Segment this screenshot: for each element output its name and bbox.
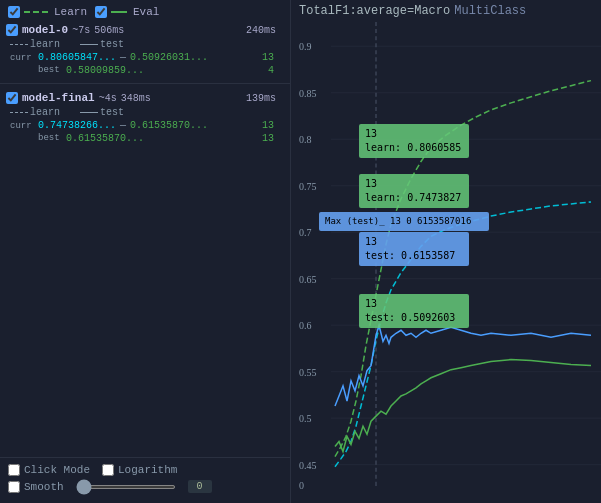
learn-label: Learn (54, 6, 87, 18)
chart-title-main: TotalF1:average=Macro (299, 4, 450, 18)
bottom-controls: Click Mode Logarithm Smooth 0 (0, 457, 290, 499)
model-final-right-ms: 139ms (246, 93, 276, 104)
smooth-label: Smooth (24, 481, 64, 493)
svg-text:0.9: 0.9 (299, 41, 311, 52)
svg-text:0.45: 0.45 (299, 460, 317, 471)
model-final-curr-row: curr 0.74738266... — 0.61535870... 13 (0, 119, 290, 132)
model-0-name: model-0 (22, 24, 68, 36)
right-panel: TotalF1:average=Macro MultiClass 0.9 0.8… (290, 0, 601, 503)
logarithm-container[interactable]: Logarithm (102, 464, 177, 476)
legend-row: Learn Eval (0, 4, 290, 20)
smooth-value: 0 (188, 480, 212, 493)
smooth-slider[interactable] (76, 485, 176, 489)
svg-text:0.75: 0.75 (299, 181, 317, 192)
eval-checkbox[interactable] (95, 6, 107, 18)
learn-checkbox[interactable] (8, 6, 20, 18)
model-0-checkbox[interactable] (6, 24, 18, 36)
model-0-learn-lbl: learn (30, 39, 60, 50)
model-final-header: model-final ~4s 348ms 139ms (0, 90, 290, 106)
eval-checkbox-container[interactable]: Eval (95, 6, 159, 18)
model-0-best-label: best (38, 65, 66, 76)
model-final-curr-learn: 0.74738266... (38, 120, 116, 131)
model-final-block: model-final ~4s 348ms 139ms learn test c… (0, 90, 290, 145)
model-0-curr-num: 13 (262, 52, 274, 63)
click-mode-checkbox[interactable] (8, 464, 20, 476)
logarithm-checkbox[interactable] (102, 464, 114, 476)
svg-rect-0 (291, 22, 601, 497)
model-final-checkbox[interactable] (6, 92, 18, 104)
left-panel: Learn Eval model-0 ~7s 506ms 240ms learn… (0, 0, 290, 503)
svg-text:0.65: 0.65 (299, 274, 317, 285)
svg-text:0.7: 0.7 (299, 227, 311, 238)
svg-text:0.5: 0.5 (299, 413, 311, 424)
model-0-best-row: best 0.58009859... 4 (0, 64, 290, 77)
model-0-curr-row: curr 0.80605847... — 0.50926031... 13 (0, 51, 290, 64)
smooth-checkbox[interactable] (8, 481, 20, 493)
model-0-right-ms: 240ms (246, 25, 276, 36)
svg-text:0.8: 0.8 (299, 134, 311, 145)
click-mode-label: Click Mode (24, 464, 90, 476)
svg-text:0: 0 (299, 480, 304, 491)
svg-text:0.55: 0.55 (299, 367, 317, 378)
model-final-best-row: best 0.61535870... 13 (0, 132, 290, 145)
learn-checkbox-container[interactable]: Learn (8, 6, 87, 18)
model-final-test-lbl: test (100, 107, 124, 118)
model-final-best-num: 13 (262, 133, 274, 144)
smooth-container[interactable]: Smooth (8, 481, 64, 493)
model-0-header: model-0 ~7s 506ms 240ms (0, 22, 290, 38)
model-0-best-val: 0.58009859... (66, 65, 144, 76)
model-0-best-num: 4 (268, 65, 274, 76)
logarithm-label: Logarithm (118, 464, 177, 476)
model-0-curr-label: curr (10, 53, 38, 63)
model-0-subrow: learn test (0, 38, 290, 51)
model-final-best-label: best (38, 133, 66, 144)
model-0-curr-test: 0.50926031... (130, 52, 208, 63)
chart-title: TotalF1:average=Macro MultiClass (291, 0, 601, 22)
chart-svg: 0.9 0.85 0.8 0.75 0.7 0.65 0.6 0.55 0.5 … (291, 22, 601, 497)
eval-label: Eval (133, 6, 159, 18)
model-final-curr-test: 0.61535870... (130, 120, 208, 131)
model-final-learn-lbl: learn (30, 107, 60, 118)
control-row-1: Click Mode Logarithm (8, 464, 282, 476)
svg-text:0.6: 0.6 (299, 320, 311, 331)
click-mode-container[interactable]: Click Mode (8, 464, 90, 476)
model-final-curr-label: curr (10, 121, 38, 131)
model-final-curr-num: 13 (262, 120, 274, 131)
model-0-ms: 506ms (94, 25, 124, 36)
model-0-block: model-0 ~7s 506ms 240ms learn test curr … (0, 22, 290, 77)
svg-text:0.85: 0.85 (299, 88, 317, 99)
control-row-2: Smooth 0 (8, 480, 282, 493)
model-0-time: ~7s (72, 25, 90, 36)
chart-title-sub: MultiClass (454, 4, 526, 18)
model-final-time: ~4s (99, 93, 117, 104)
chart-area[interactable]: 0.9 0.85 0.8 0.75 0.7 0.65 0.6 0.55 0.5 … (291, 22, 601, 497)
model-0-curr-learn: 0.80605847... (38, 52, 116, 63)
model-final-subrow: learn test (0, 106, 290, 119)
model-final-best-val: 0.61535870... (66, 133, 144, 144)
model-final-name: model-final (22, 92, 95, 104)
separator-1 (0, 83, 290, 84)
model-0-test-lbl: test (100, 39, 124, 50)
model-final-ms: 348ms (121, 93, 151, 104)
